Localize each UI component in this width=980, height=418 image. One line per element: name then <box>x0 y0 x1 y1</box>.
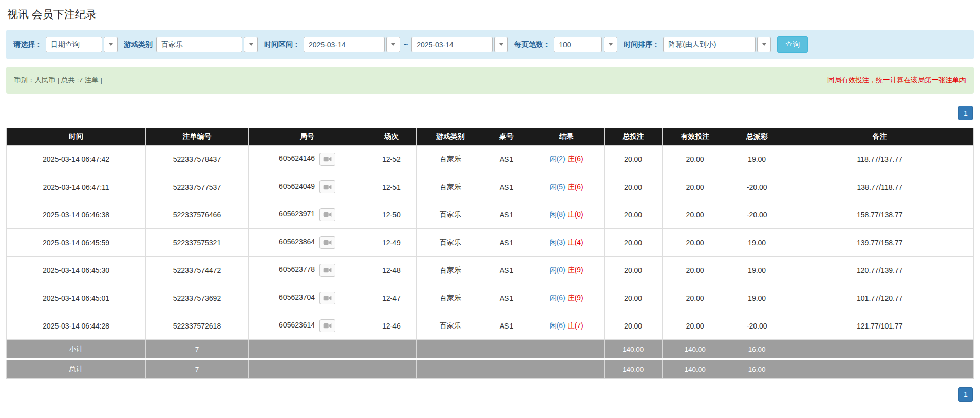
cell-table-no: AS1 <box>484 312 529 340</box>
chevron-down-icon <box>609 43 613 46</box>
result-player: 闲(6) <box>550 294 566 302</box>
cell-time: 2025-03-14 06:45:30 <box>7 257 146 284</box>
cell-session: 12-50 <box>366 201 417 229</box>
cell-valid-bet: 20.00 <box>662 173 728 201</box>
game-type-label: 游戏类别 <box>124 40 153 49</box>
result-player: 闲(0) <box>550 266 566 274</box>
result-player: 闲(3) <box>550 238 566 246</box>
video-camera-icon <box>323 184 332 190</box>
cell-game-type: 百家乐 <box>417 173 484 201</box>
summary-cell: 7 <box>146 340 249 359</box>
sort-order-select[interactable]: 降冪(由大到小) <box>663 37 756 52</box>
cell-round-id: 605623704 <box>248 284 366 312</box>
summary-cell <box>248 359 366 379</box>
summary-cell <box>529 359 604 379</box>
cell-total-bet: 20.00 <box>604 312 662 340</box>
summary-cell <box>484 340 529 359</box>
summary-cell: 16.00 <box>728 340 786 359</box>
subtotal-row: 小计7140.00140.0016.00 <box>7 340 974 359</box>
date-from-caret-button[interactable] <box>386 37 400 52</box>
table-body: 2025-03-14 06:47:42522337578437605624146… <box>7 146 974 379</box>
result-banker: 庄(0) <box>568 210 583 219</box>
column-header: 桌号 <box>484 128 529 146</box>
cell-note: 101.77/120.77 <box>786 284 973 312</box>
query-type-value: 日期查询 <box>51 40 80 49</box>
sort-order-value: 降冪(由大到小) <box>668 40 716 49</box>
filter-bar: 请选择： 日期查询 游戏类别 百家乐 时间区间： 2025-03-14 <box>6 30 974 59</box>
cell-game-type: 百家乐 <box>417 229 484 257</box>
video-replay-button[interactable] <box>319 264 335 277</box>
result-player: 闲(6) <box>550 321 566 330</box>
cell-round-id: 605623614 <box>248 312 366 340</box>
video-replay-button[interactable] <box>319 153 335 166</box>
cell-bet-id: 522337578437 <box>146 146 249 173</box>
page-size-group: 每页笔数： 100 <box>514 37 617 52</box>
query-type-label: 请选择： <box>13 40 42 49</box>
video-replay-button[interactable] <box>319 208 335 221</box>
currency-total-summary: 币别：人民币 | 总共 :7 注单 | <box>14 76 102 85</box>
table-row: 2025-03-14 06:44:28522337572618605623614… <box>7 312 974 340</box>
cell-valid-bet: 20.00 <box>662 201 728 229</box>
cell-valid-bet: 20.00 <box>662 284 728 312</box>
chevron-down-icon <box>762 43 766 46</box>
cell-table-no: AS1 <box>484 173 529 201</box>
search-button[interactable]: 查询 <box>777 36 808 53</box>
result-banker: 庄(9) <box>568 266 583 274</box>
cell-session: 12-47 <box>366 284 417 312</box>
sort-order-label: 时间排序： <box>624 40 659 49</box>
cell-result: 闲(0) 庄(9) <box>529 257 604 284</box>
game-type-select[interactable]: 百家乐 <box>156 37 242 52</box>
video-replay-button[interactable] <box>319 180 335 193</box>
video-replay-button[interactable] <box>319 292 335 304</box>
query-type-select[interactable]: 日期查询 <box>46 37 102 52</box>
total-row: 总计7140.00140.0016.00 <box>7 359 974 379</box>
round-id: 605623778 <box>279 265 315 274</box>
table-row: 2025-03-14 06:45:30522337574472605623778… <box>7 257 974 284</box>
column-header: 有效投注 <box>662 128 728 146</box>
table-row: 2025-03-14 06:45:01522337573692605623704… <box>7 284 974 312</box>
date-to-select[interactable]: 2025-03-14 <box>411 37 493 52</box>
result-player: 闲(5) <box>550 183 566 191</box>
cell-game-type: 百家乐 <box>417 284 484 312</box>
result-player: 闲(8) <box>550 210 566 219</box>
cell-game-type: 百家乐 <box>417 146 484 173</box>
cell-total-bet: 20.00 <box>604 284 662 312</box>
summary-cell <box>786 340 973 359</box>
column-header: 备注 <box>786 128 973 146</box>
page-size-select[interactable]: 100 <box>554 37 602 52</box>
summary-cell <box>248 340 366 359</box>
game-type-caret-button[interactable] <box>244 37 258 52</box>
cell-note: 118.77/137.77 <box>786 146 973 173</box>
cell-note: 139.77/158.77 <box>786 229 973 257</box>
summary-cell: 7 <box>146 359 249 379</box>
summary-cell <box>417 340 484 359</box>
cell-table-no: AS1 <box>484 284 529 312</box>
game-type-value: 百家乐 <box>161 40 183 49</box>
query-type-caret-button[interactable] <box>104 37 118 52</box>
summary-cell <box>417 359 484 379</box>
cell-total-bet: 20.00 <box>604 257 662 284</box>
cell-payout: 19.00 <box>728 146 786 173</box>
sort-order-caret-button[interactable] <box>757 37 771 52</box>
page-1-button[interactable]: 1 <box>958 106 973 120</box>
cell-table-no: AS1 <box>484 146 529 173</box>
cell-bet-id: 522337576466 <box>146 201 249 229</box>
video-camera-icon <box>323 267 332 274</box>
video-replay-button[interactable] <box>319 236 335 249</box>
pagination-top: 1 <box>7 106 973 120</box>
column-header: 注单编号 <box>146 128 249 146</box>
info-bar: 币别：人民币 | 总共 :7 注单 | 同局有效投注，统一计算在该局第一张注单内 <box>6 67 974 94</box>
game-type-group: 游戏类别 百家乐 <box>124 37 258 52</box>
cell-payout: -20.00 <box>728 312 786 340</box>
date-from-select[interactable]: 2025-03-14 <box>304 37 385 52</box>
video-camera-icon <box>323 295 332 301</box>
table-row: 2025-03-14 06:47:11522337577537605624049… <box>7 173 974 201</box>
video-replay-button[interactable] <box>319 319 335 332</box>
records-table: 时间注单编号局号场次游戏类别桌号结果总投注有效投注总派彩备注 2025-03-1… <box>6 128 974 379</box>
result-banker: 庄(4) <box>568 238 583 246</box>
time-range-label: 时间区间： <box>264 40 300 49</box>
date-to-caret-button[interactable] <box>494 37 508 52</box>
round-id: 605623614 <box>279 321 315 329</box>
page-size-caret-button[interactable] <box>604 37 617 52</box>
page-1-button[interactable]: 1 <box>958 387 973 402</box>
